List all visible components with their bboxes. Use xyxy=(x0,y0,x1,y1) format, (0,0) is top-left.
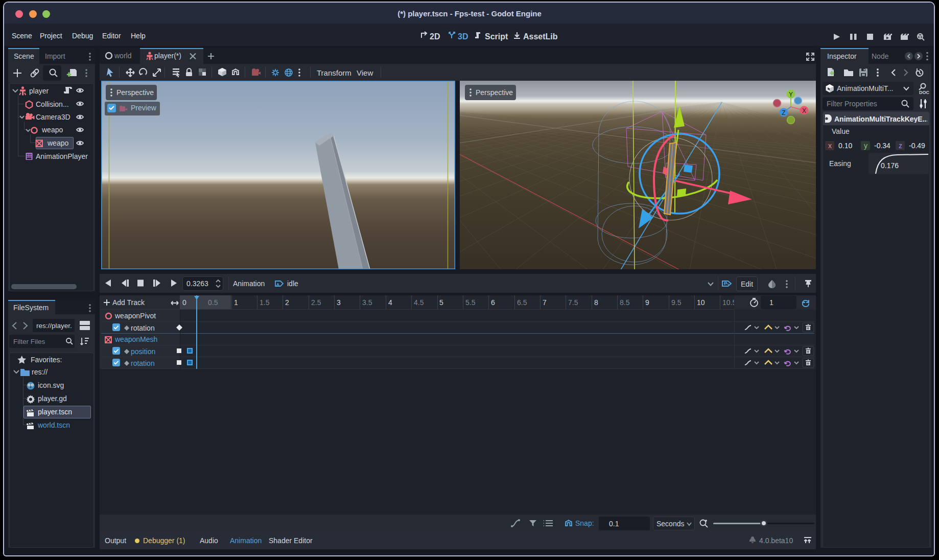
svg-text:X: X xyxy=(802,107,806,114)
svg-text:A: A xyxy=(276,282,279,287)
svg-text:Y: Y xyxy=(789,91,793,98)
svg-text:Perspective: Perspective xyxy=(476,88,513,97)
svg-text:Preview: Preview xyxy=(131,104,157,112)
svg-text:Perspective: Perspective xyxy=(116,88,154,97)
svg-text:Z: Z xyxy=(782,109,785,116)
svg-text:DOC: DOC xyxy=(919,90,930,95)
